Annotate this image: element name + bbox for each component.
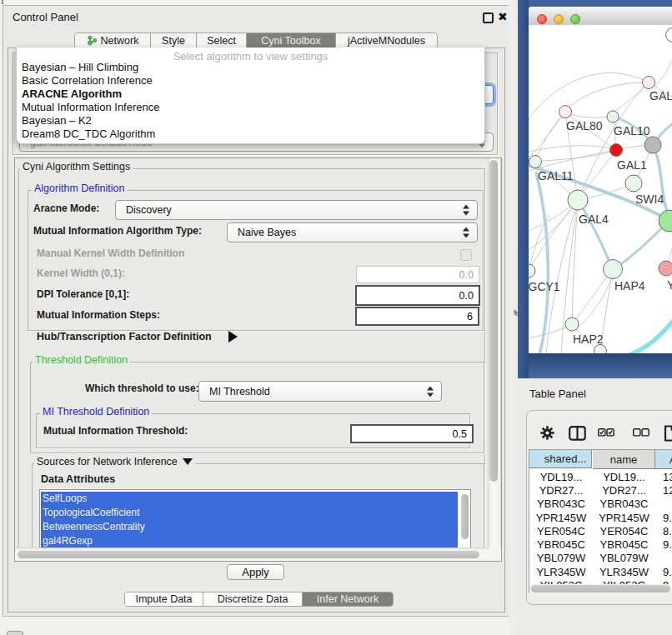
network-node[interactable]: [643, 77, 655, 89]
network-window-titlebar[interactable]: [528, 7, 672, 26]
window-edge-fragment: [2, 0, 3, 4]
tab-style[interactable]: Style: [151, 33, 197, 48]
network-node[interactable]: [568, 190, 588, 210]
network-node[interactable]: [607, 111, 619, 122]
network-node[interactable]: [528, 264, 535, 278]
aracne-mode-combobox[interactable]: Discovery: [115, 200, 478, 220]
table-row[interactable]: YBL079WYBL079W: [529, 552, 672, 565]
hub-definition-toggle[interactable]: Hub/Transcription Factor Definition: [37, 331, 238, 342]
table-row[interactable]: YBR045CYBR045C9.: [529, 538, 672, 552]
node-table[interactable]: shared... name A YDL19...YDL19...13YDR27…: [529, 449, 672, 593]
control-panel-window: Control Panel ✖ Network Style Select Cyn…: [3, 5, 510, 617]
panel-divider-gutter[interactable]: [509, 0, 518, 635]
network-edge[interactable]: [535, 150, 616, 162]
gear-icon[interactable]: [540, 426, 554, 440]
close-icon[interactable]: ✖: [498, 10, 508, 23]
column-header-name[interactable]: name: [593, 450, 655, 469]
settings-horizontal-scrollbar[interactable]: [15, 548, 488, 562]
table-row[interactable]: YER054CYER054C8.: [529, 524, 672, 538]
select-all-checkboxes-icon[interactable]: [598, 428, 614, 437]
cyni-settings-groupbox: Cyni Algorithm Settings Algorithm Defini…: [18, 168, 485, 562]
kernel-width-field[interactable]: 0.0: [356, 266, 479, 283]
network-edge[interactable]: [578, 200, 613, 269]
sources-title-row[interactable]: Sources for Network Inference: [34, 456, 195, 468]
dropdown-item[interactable]: Basic Correlation Inference: [22, 74, 472, 88]
minimize-traffic-light-icon[interactable]: [554, 14, 564, 24]
apply-button[interactable]: Apply: [227, 564, 284, 580]
collapsed-panel-button[interactable]: [7, 631, 23, 635]
file-icon[interactable]: [664, 425, 672, 442]
float-window-icon[interactable]: [483, 12, 494, 23]
network-node[interactable]: [644, 137, 661, 153]
network-node[interactable]: [610, 144, 623, 157]
dropdown-item[interactable]: Bayesian – K2: [22, 114, 472, 128]
unselect-all-checkboxes-icon[interactable]: [633, 428, 649, 437]
column-header-third[interactable]: A: [655, 450, 672, 469]
table-hscrollbar-thumb[interactable]: [531, 585, 670, 592]
settings-hscrollbar-thumb[interactable]: [18, 551, 479, 558]
network-node[interactable]: [666, 28, 672, 42]
attribute-list-item[interactable]: SelfLoops: [41, 492, 458, 506]
zoom-traffic-light-icon[interactable]: [570, 14, 580, 24]
dropdown-item[interactable]: Bayesian – Hill Climbing: [22, 61, 472, 74]
network-edge[interactable]: [536, 172, 548, 353]
network-edge[interactable]: [629, 318, 672, 353]
table-cell: YPR145W: [529, 511, 593, 524]
cyni-settings-title: Cyni Algorithm Settings: [20, 161, 133, 172]
network-edge[interactable]: [578, 272, 614, 327]
mi-type-combobox[interactable]: Naive Bayes: [227, 222, 478, 242]
tab-infer-network[interactable]: Infer Network: [303, 592, 393, 606]
network-node[interactable]: [604, 260, 623, 279]
table-row[interactable]: YPR145WYPR145W9.: [529, 511, 672, 524]
table-row[interactable]: YLR345WYLR345W9.: [529, 565, 672, 578]
network-node[interactable]: [559, 106, 572, 118]
network-edge[interactable]: [653, 145, 669, 218]
tab-jactivemnodules[interactable]: jActiveMNodules: [336, 33, 437, 48]
network-edge[interactable]: [614, 82, 649, 112]
mi-threshold-field[interactable]: 0.5: [350, 424, 474, 443]
network-edge[interactable]: [528, 112, 565, 161]
which-threshold-combobox[interactable]: MI Threshold: [198, 381, 442, 402]
dropdown-item[interactable]: ARACNE Algorithm: [22, 88, 472, 101]
attribute-list-item[interactable]: TopologicalCoefficient: [41, 506, 458, 520]
table-horizontal-scrollbar[interactable]: [529, 584, 672, 593]
tab-discretize-data[interactable]: Discretize Data: [203, 592, 303, 606]
algorithm-dropdown-popup: Select algorithm to view settings Bayesi…: [16, 48, 485, 144]
table-row[interactable]: YDR27...YDR27...12: [529, 483, 672, 497]
settings-vscrollbar-thumb[interactable]: [489, 160, 498, 482]
table-row[interactable]: YDL19...YDL19...13: [529, 470, 672, 483]
columns-icon[interactable]: [569, 426, 586, 441]
network-node[interactable]: [565, 318, 579, 331]
tab-cyni-toolbox[interactable]: Cyni Toolbox: [247, 33, 336, 48]
dropdown-item[interactable]: Mutual Information Inference: [22, 101, 472, 114]
network-edge[interactable]: [535, 115, 563, 162]
manual-kernel-checkbox[interactable]: [460, 249, 472, 261]
attribute-list-item[interactable]: BetweennessCentrality: [41, 520, 458, 534]
close-traffic-light-icon[interactable]: [537, 14, 547, 24]
network-node-label: SWI4: [635, 192, 664, 206]
network-edge[interactable]: [654, 62, 671, 87]
tab-impute-data[interactable]: Impute Data: [125, 592, 203, 606]
network-node[interactable]: [529, 156, 542, 168]
network-node[interactable]: [659, 261, 672, 276]
settings-vertical-scrollbar[interactable]: [488, 158, 501, 548]
table-panel-dock: Table Panel shared... name A YDL19...YDL…: [518, 378, 672, 635]
algorithm-definition-title: Algorithm Definition: [32, 182, 127, 194]
network-node-label: GAL10: [614, 124, 650, 138]
mi-steps-field[interactable]: 6: [355, 307, 479, 326]
column-header-shared-name[interactable]: shared...: [529, 450, 592, 468]
attribute-list-item[interactable]: gal4RGexp: [41, 534, 458, 548]
network-edge[interactable]: [568, 113, 609, 118]
tab-select[interactable]: Select: [197, 33, 247, 48]
algorithm-definition-groupbox: Algorithm Definition Aracne Mode: Discov…: [28, 190, 484, 331]
network-edge[interactable]: [528, 73, 649, 123]
tab-network[interactable]: Network: [75, 33, 151, 48]
network-node[interactable]: [625, 175, 642, 192]
table-row[interactable]: YBR043CYBR043C: [529, 498, 672, 511]
network-node[interactable]: [594, 345, 607, 354]
control-panel-titlebar[interactable]: Control Panel ✖: [3, 6, 509, 28]
network-canvas[interactable]: GAL7GAL80GAL10GAL1GAL11SWI4GAL4GCY1HAP4Y…: [528, 25, 672, 353]
list-scrollbar-thumb[interactable]: [461, 494, 469, 539]
dropdown-item[interactable]: Dream8 DC_TDC Algorithm: [22, 128, 472, 141]
dpi-tolerance-field[interactable]: 0.0: [355, 285, 480, 306]
